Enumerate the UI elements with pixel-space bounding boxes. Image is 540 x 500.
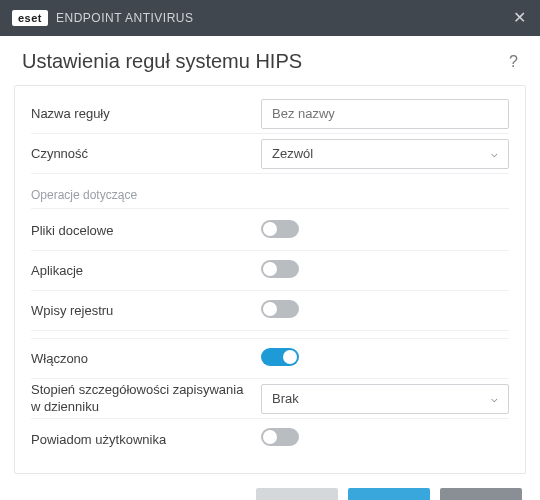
page-title: Ustawienia reguł systemu HIPS: [22, 50, 302, 73]
row-registry: Wpisy rejestru: [31, 291, 509, 331]
chevron-down-icon: ⌵: [491, 147, 498, 160]
titlebar: eset ENDPOINT ANTIVIRUS ✕: [0, 0, 540, 36]
back-button: Wstecz: [256, 488, 338, 500]
footer: Wstecz Dalej Anuluj: [0, 474, 540, 500]
settings-panel: Nazwa reguły Czynność Zezwól ⌵ Operacje …: [14, 85, 526, 474]
applications-label: Aplikacje: [31, 263, 261, 278]
log-detail-select[interactable]: Brak ⌵: [261, 384, 509, 414]
log-detail-selected: Brak: [272, 391, 299, 406]
header: Ustawienia reguł systemu HIPS ?: [0, 36, 540, 79]
help-icon[interactable]: ?: [509, 53, 518, 71]
action-selected: Zezwól: [272, 146, 313, 161]
brand-badge: eset: [12, 10, 48, 26]
log-detail-label: Stopień szczegółowości zapisywania w dzi…: [31, 382, 261, 415]
row-log-detail: Stopień szczegółowości zapisywania w dzi…: [31, 379, 509, 419]
row-target-files: Pliki docelowe: [31, 211, 509, 251]
applications-toggle[interactable]: [261, 260, 299, 278]
action-select[interactable]: Zezwól ⌵: [261, 139, 509, 169]
close-icon[interactable]: ✕: [513, 8, 526, 27]
notify-user-label: Powiadom użytkownika: [31, 432, 261, 447]
rule-name-label: Nazwa reguły: [31, 106, 261, 121]
target-files-toggle[interactable]: [261, 220, 299, 238]
registry-toggle[interactable]: [261, 300, 299, 318]
notify-user-toggle[interactable]: [261, 428, 299, 446]
chevron-down-icon: ⌵: [491, 392, 498, 405]
section-operations: Operacje dotyczące: [31, 188, 509, 209]
action-label: Czynność: [31, 146, 261, 161]
rule-name-input[interactable]: [261, 99, 509, 129]
enabled-toggle[interactable]: [261, 348, 299, 366]
product-name: ENDPOINT ANTIVIRUS: [56, 11, 193, 25]
row-action: Czynność Zezwól ⌵: [31, 134, 509, 174]
next-button[interactable]: Dalej: [348, 488, 430, 500]
target-files-label: Pliki docelowe: [31, 223, 261, 238]
enabled-label: Włączono: [31, 351, 261, 366]
registry-label: Wpisy rejestru: [31, 303, 261, 318]
row-notify-user: Powiadom użytkownika: [31, 419, 509, 459]
row-rule-name: Nazwa reguły: [31, 94, 509, 134]
row-applications: Aplikacje: [31, 251, 509, 291]
row-enabled: Włączono: [31, 339, 509, 379]
cancel-button[interactable]: Anuluj: [440, 488, 522, 500]
